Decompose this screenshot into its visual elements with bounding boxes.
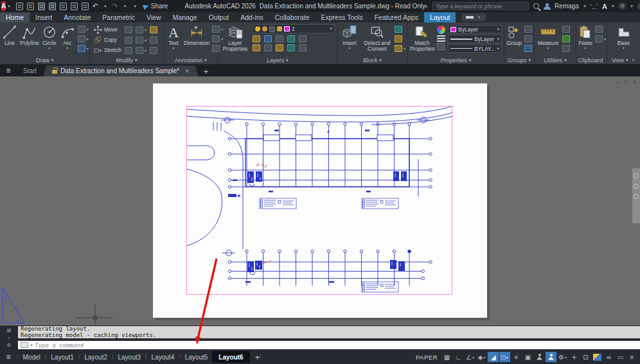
print-icon[interactable]	[82, 3, 89, 10]
save-icon[interactable]	[38, 3, 45, 10]
base-view-tool[interactable]: Base	[614, 24, 634, 51]
layer-off-tool-icon[interactable]	[253, 35, 260, 42]
create-block-tool-icon[interactable]	[395, 26, 402, 33]
search-expand-icon[interactable]: ▸	[425, 3, 428, 9]
auto-scale-toggle[interactable]	[546, 352, 556, 362]
layout-tab-layout5[interactable]: Layout5	[181, 351, 213, 363]
lineweight-display-toggle[interactable]: ≡	[511, 352, 522, 362]
command-prompt-icon[interactable]	[21, 342, 28, 348]
panel-label-properties[interactable]: Properties	[408, 56, 504, 64]
layer-match-tool-icon[interactable]	[299, 35, 307, 42]
qat-customize-caret-icon[interactable]: ▾	[134, 4, 136, 9]
tab-manage[interactable]: Manage	[167, 12, 203, 22]
doc-minimize-button[interactable]: −	[616, 79, 619, 85]
file-tab-active-doc[interactable]: Data Extraction and Multileaders Sample*…	[43, 65, 199, 76]
panel-label-block[interactable]: Block	[337, 56, 407, 64]
customize-status-button[interactable]: ≡	[627, 352, 637, 362]
quick-calc-tool-icon[interactable]	[562, 35, 570, 42]
paste-tool[interactable]: Paste	[578, 24, 592, 51]
panel-label-layers[interactable]: Layers	[218, 56, 337, 64]
layer-make-current-tool-icon[interactable]	[253, 44, 260, 51]
help-caret-icon[interactable]: ▾	[630, 3, 633, 9]
open-file-icon[interactable]	[27, 3, 34, 10]
tab-featured-apps[interactable]: Featured Apps	[369, 12, 424, 22]
user-avatar-icon[interactable]	[544, 3, 550, 10]
help-search-input[interactable]	[432, 2, 529, 10]
units-button[interactable]	[592, 352, 603, 362]
nav-pan-icon[interactable]	[634, 184, 639, 189]
save-as-icon[interactable]	[49, 3, 56, 10]
point-style-tool-icon[interactable]	[562, 45, 570, 52]
nav-zoom-icon[interactable]	[634, 194, 639, 199]
quick-select-tool-icon[interactable]	[562, 26, 570, 33]
autodesk-app-icon[interactable]: A	[602, 3, 607, 10]
layout-tab-layout3[interactable]: Layout3	[114, 351, 146, 363]
fillet-tool-icon[interactable]	[136, 37, 143, 44]
object-color-combo[interactable]: ByLayer	[448, 25, 502, 33]
layer-merge-tool-icon[interactable]	[299, 44, 307, 51]
insert-block-tool[interactable]: Insert	[339, 24, 360, 51]
measure-tool[interactable]: Measure	[537, 24, 560, 51]
trim-tool-icon[interactable]	[136, 26, 143, 33]
layout-tab-layout1[interactable]: Layout1	[46, 351, 78, 363]
new-layout-button[interactable]: +	[255, 352, 260, 362]
stretch-tool[interactable]: Stretch	[94, 46, 121, 55]
undo-icon[interactable]: ↶	[93, 3, 98, 10]
layer-freeze-tool-icon[interactable]	[276, 35, 283, 42]
tab-collaborate[interactable]: Collaborate	[269, 12, 316, 22]
arc-tool[interactable]: Arc	[60, 24, 75, 51]
panel-label-modify[interactable]: Modify	[90, 56, 163, 64]
paper-space-toggle[interactable]: PAPER	[416, 354, 438, 361]
color-wheel-icon[interactable]	[437, 26, 445, 34]
panel-label-utilities[interactable]: Utilities	[535, 56, 576, 64]
ungroup-tool-icon[interactable]	[524, 26, 532, 33]
autodesk-caret-icon[interactable]: ▾	[612, 3, 614, 9]
assistant-icon[interactable]	[637, 3, 640, 10]
panel-label-groups[interactable]: Groups	[504, 56, 534, 64]
share-button[interactable]: Share	[143, 3, 168, 10]
export-icon[interactable]	[60, 3, 67, 10]
panel-label-annotation[interactable]: Annotation	[164, 56, 218, 64]
explode-tool-icon[interactable]	[150, 37, 157, 44]
new-drawing-tab-button[interactable]: +	[204, 67, 209, 76]
ortho-mode-toggle[interactable]: ∟	[453, 352, 464, 362]
text-tool[interactable]: A Text	[166, 24, 181, 51]
isometric-drafting-toggle[interactable]: ◈▾	[476, 352, 487, 362]
hatch-tool-icon[interactable]	[78, 45, 85, 52]
signed-in-user[interactable]: Remaga	[555, 3, 579, 10]
layout-tab-model[interactable]: Model	[19, 351, 45, 363]
annotation-monitor-toggle[interactable]: ⊡	[580, 352, 591, 362]
viewport-border[interactable]	[186, 106, 452, 295]
app-store-icon[interactable]	[591, 4, 598, 9]
mirror-tool-icon[interactable]	[125, 37, 132, 44]
ribbon-display-toggle[interactable]: ▾	[462, 13, 486, 21]
object-snap-tracking-toggle[interactable]: ◢	[488, 352, 499, 362]
tab-output[interactable]: Output	[203, 12, 235, 22]
match-properties-tool[interactable]: Match Properties	[410, 24, 434, 53]
polar-tracking-toggle[interactable]: ∠▾	[465, 352, 476, 362]
graphics-performance-toggle[interactable]: ∞	[603, 352, 614, 362]
block-attributes-tool-icon[interactable]	[395, 45, 402, 52]
move-tool[interactable]: Move	[94, 26, 121, 34]
workspace-switching-button[interactable]: +	[569, 352, 580, 362]
command-input[interactable]	[35, 342, 637, 349]
polygon-tool-icon[interactable]	[78, 26, 85, 33]
doc-close-button[interactable]: ×	[633, 79, 636, 85]
cut-tool-icon[interactable]	[595, 26, 603, 33]
file-tab-start[interactable]: Start	[17, 65, 43, 76]
tab-parametric[interactable]: Parametric	[96, 12, 141, 22]
command-customize-icon[interactable]: ⚙	[7, 342, 10, 348]
file-tab-menu-icon[interactable]: ≡	[0, 64, 17, 76]
tab-view[interactable]: View	[141, 12, 167, 22]
selection-cycling-toggle[interactable]: ▣	[522, 352, 533, 362]
erase-tool-icon[interactable]	[150, 26, 157, 33]
layout-tab-layout2[interactable]: Layout2	[80, 351, 112, 363]
tab-layout[interactable]: Layout	[424, 12, 456, 22]
tab-express-tools[interactable]: Express Tools	[315, 12, 368, 22]
command-history-icon[interactable]: ▤	[7, 327, 10, 333]
tab-insert[interactable]: Insert	[30, 12, 58, 22]
panel-label-view[interactable]: View	[607, 56, 640, 64]
copy-clip-tool-icon[interactable]	[595, 35, 603, 42]
command-collapse-icon[interactable]: ‹	[7, 334, 10, 341]
panel-label-draw[interactable]: Draw	[0, 56, 89, 64]
